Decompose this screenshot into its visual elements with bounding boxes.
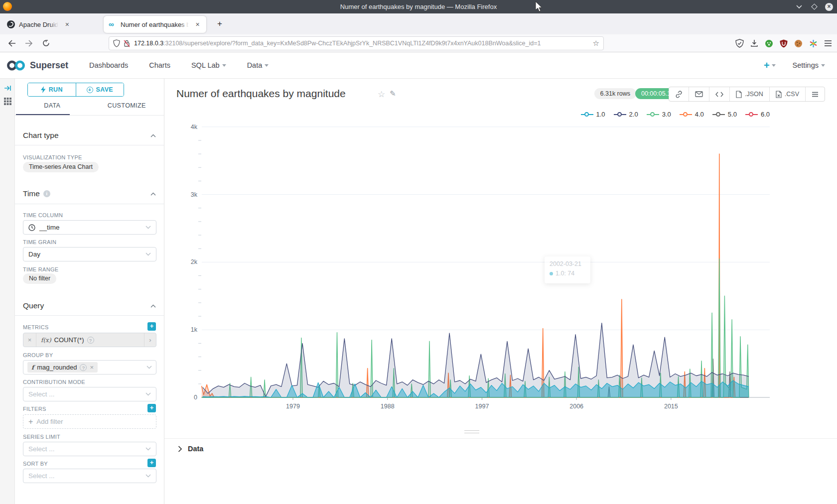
legend-item-3.0[interactable]: 3.0 — [647, 111, 671, 118]
downloads-icon[interactable] — [750, 39, 758, 47]
chevron-down-icon — [821, 64, 825, 67]
window-close-button[interactable]: × — [825, 3, 833, 11]
data-panel-header[interactable]: Data — [178, 445, 203, 453]
add-filter-dropzone[interactable]: + Add filter — [23, 414, 156, 429]
tab-close-icon[interactable]: × — [194, 20, 201, 28]
reload-button[interactable] — [39, 36, 53, 50]
protections-shield-icon[interactable] — [735, 39, 744, 48]
series-limit-select[interactable]: Select ... — [23, 442, 156, 456]
add-sort-by-button[interactable]: + — [147, 459, 156, 467]
settings-menu[interactable]: Settings — [793, 61, 825, 69]
timeseries-area-chart[interactable]: 01k2k3k4k19791988199720062015 — [164, 120, 837, 418]
nav-sql-lab[interactable]: SQL Lab — [191, 61, 226, 69]
chart-legend: 1.02.03.04.05.06.0 — [581, 111, 770, 118]
chart-tooltip: 2002-03-21 1.0: 74 — [545, 256, 590, 283]
plus-circle-icon: + — [87, 87, 93, 93]
svg-text:2006: 2006 — [569, 403, 583, 410]
hamburger-menu-icon[interactable] — [824, 40, 832, 47]
window-minimize-button[interactable] — [795, 3, 803, 11]
remove-icon[interactable]: × — [90, 364, 94, 371]
superset-logo-icon[interactable] — [6, 59, 26, 72]
embed-code-button[interactable] — [709, 87, 729, 101]
svg-text:2k: 2k — [191, 258, 198, 265]
time-range-label: TIME RANGE — [23, 266, 58, 272]
legend-marker-icon — [647, 112, 659, 117]
new-item-button[interactable]: + — [764, 60, 776, 71]
window-maximize-button[interactable] — [810, 3, 818, 11]
plus-icon: + — [28, 417, 33, 426]
browser-tab-earthquakes[interactable]: ∞ Numer of earthquakes by × — [104, 16, 206, 33]
clock-icon — [28, 224, 35, 231]
add-filter-plus-button[interactable]: + — [147, 404, 156, 412]
export-csv-button[interactable]: .CSV — [769, 87, 805, 101]
section-time[interactable]: Time i — [23, 189, 156, 199]
copy-link-button[interactable] — [669, 87, 689, 101]
expand-datasource-icon[interactable] — [4, 85, 11, 92]
tab-customize[interactable]: CUSTOMIZE — [90, 102, 164, 116]
remove-metric-icon[interactable]: × — [23, 333, 36, 347]
cookie-extension-icon[interactable] — [794, 39, 803, 48]
back-button[interactable] — [5, 36, 19, 50]
edit-title-icon[interactable]: ✎ — [390, 89, 396, 98]
file-icon — [736, 91, 742, 98]
chevron-down-icon — [145, 447, 151, 451]
tooltip-date: 2002-03-21 — [550, 260, 585, 267]
svg-text:1979: 1979 — [286, 403, 300, 410]
sort-by-select[interactable]: Select ... — [23, 469, 156, 483]
url-text: 172.18.0.3:32108/superset/explore/?form_… — [134, 40, 593, 47]
legend-item-1.0[interactable]: 1.0 — [581, 111, 605, 118]
chart-menu-button[interactable] — [805, 87, 825, 101]
colorful-extension-icon[interactable] — [809, 39, 818, 48]
druid-favicon-icon — [7, 20, 15, 28]
privacy-badger-extension-icon[interactable] — [765, 39, 773, 48]
group-by-pill[interactable]: f mag_rounded ? × — [27, 362, 98, 373]
tab-data[interactable]: DATA — [15, 102, 90, 116]
chevron-down-icon — [145, 474, 151, 478]
legend-marker-icon — [581, 112, 593, 117]
permissions-shield-icon[interactable] — [113, 39, 120, 47]
fx-icon: f — [31, 364, 34, 371]
group-by-select[interactable]: f mag_rounded ? × — [23, 360, 156, 375]
legend-item-2.0[interactable]: 2.0 — [614, 111, 638, 118]
dataset-grid-icon[interactable] — [3, 97, 12, 106]
run-button[interactable]: RUN — [28, 83, 76, 96]
svg-text:0: 0 — [194, 394, 197, 401]
section-chart-type[interactable]: Chart type — [23, 130, 156, 140]
chevron-down-icon — [145, 392, 151, 396]
section-query[interactable]: Query — [23, 301, 156, 311]
contribution-mode-select[interactable]: Select ... — [23, 387, 156, 401]
save-button[interactable]: + SAVE — [76, 83, 124, 96]
legend-label: 3.0 — [662, 111, 671, 118]
time-column-select[interactable]: __time — [23, 220, 156, 235]
bookmark-star-icon[interactable]: ☆ — [593, 39, 599, 48]
file-csv-icon — [776, 91, 782, 98]
nav-dashboards[interactable]: Dashboards — [89, 61, 128, 69]
chart-panel: Numer of earthquakes by magnitude ☆ ✎ 6.… — [164, 79, 837, 504]
forward-button[interactable] — [22, 36, 36, 50]
legend-item-5.0[interactable]: 5.0 — [712, 111, 737, 118]
legend-item-4.0[interactable]: 4.0 — [680, 111, 704, 118]
insecure-lock-icon[interactable] — [124, 39, 130, 47]
viz-type-pill[interactable]: Time-series Area Chart — [23, 162, 99, 172]
export-json-button[interactable]: .JSON — [729, 87, 769, 101]
favorite-star-icon[interactable]: ☆ — [378, 89, 385, 100]
time-range-pill[interactable]: No filter — [23, 273, 56, 284]
legend-marker-icon — [614, 112, 626, 117]
legend-item-6.0[interactable]: 6.0 — [745, 111, 770, 118]
browser-tab-apache-druid[interactable]: Apache Druid × — [2, 16, 102, 33]
url-bar[interactable]: 172.18.0.3:32108/superset/explore/?form_… — [109, 36, 604, 50]
add-metric-button[interactable]: + — [147, 322, 156, 331]
new-tab-button[interactable]: + — [213, 17, 226, 30]
time-grain-select[interactable]: Day — [23, 247, 156, 261]
email-button[interactable] — [689, 87, 709, 101]
ublock-extension-icon[interactable] — [780, 39, 788, 48]
chevron-right-icon[interactable]: › — [144, 333, 156, 347]
panel-resize-handle[interactable] — [464, 430, 479, 435]
superset-brand[interactable]: Superset — [30, 60, 68, 71]
metric-count-pill[interactable]: × f(x) COUNT(*) ? › — [23, 333, 156, 347]
tab-close-icon[interactable]: × — [63, 20, 71, 28]
legend-marker-icon — [745, 112, 758, 117]
nav-charts[interactable]: Charts — [149, 61, 170, 69]
nav-data[interactable]: Data — [247, 61, 269, 69]
browser-toolbar: 172.18.0.3:32108/superset/explore/?form_… — [0, 34, 837, 52]
